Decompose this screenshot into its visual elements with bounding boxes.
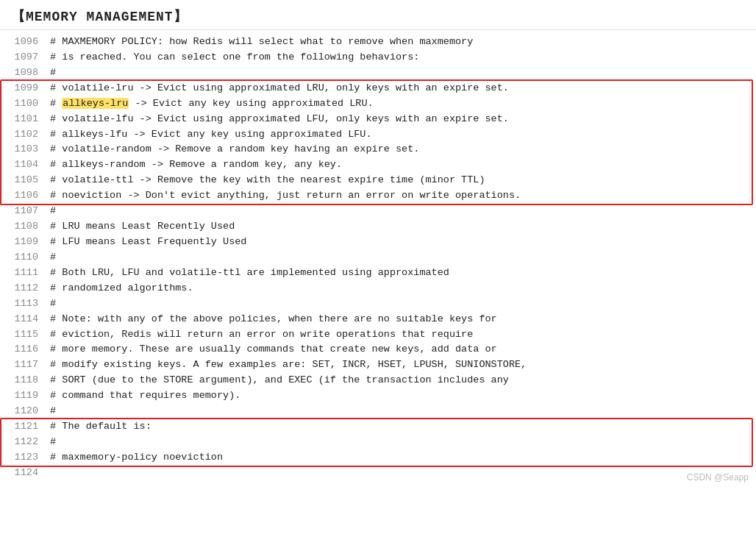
watermark: CSDN @Seapp xyxy=(687,472,749,483)
code-line: 1113 # xyxy=(7,296,749,312)
line-content: # Note: with any of the above policies, … xyxy=(44,312,497,327)
line-number: 1117 xyxy=(7,357,38,373)
highlighted-text: allkeys-lru xyxy=(62,98,129,109)
code-line: 1119 # command that requires memory). xyxy=(7,388,749,404)
code-line: 1109 # LFU means Least Frequently Used xyxy=(7,235,749,250)
line-number: 1103 xyxy=(7,142,38,157)
line-content: # command that requires memory). xyxy=(44,388,240,404)
code-line: 1107 # xyxy=(7,204,749,219)
line-number: 1096 xyxy=(7,35,38,50)
code-block: 1096 # MAXMEMORY POLICY: how Redis will … xyxy=(0,30,756,488)
line-number: 1108 xyxy=(7,219,38,235)
code-line: 1115 # eviction, Redis will return an er… xyxy=(7,327,749,343)
code-line: 1103 # volatile-random -> Remove a rando… xyxy=(7,142,749,157)
line-number: 1116 xyxy=(7,342,38,357)
code-line: 1099 # volatile-lru -> Evict using appro… xyxy=(7,81,749,96)
line-number: 1120 xyxy=(7,404,38,419)
line-number: 1107 xyxy=(7,204,38,219)
line-number: 1119 xyxy=(7,388,38,404)
code-line: 1121 # The default is: xyxy=(7,419,749,435)
line-content: # xyxy=(44,404,56,419)
line-content: # xyxy=(44,296,56,312)
line-content: # LFU means Least Frequently Used xyxy=(44,235,246,250)
line-number: 1112 xyxy=(7,281,38,296)
line-number: 1099 xyxy=(7,81,38,96)
line-number: 1098 xyxy=(7,65,38,81)
line-number: 1097 xyxy=(7,50,38,65)
line-number: 1101 xyxy=(7,112,38,127)
line-number: 1106 xyxy=(7,188,38,204)
line-number: 1124 xyxy=(7,466,38,481)
line-content: # allkeys-lfu -> Evict any key using app… xyxy=(44,127,372,143)
code-line: 1123 # maxmemory-policy noeviction xyxy=(7,450,749,466)
line-content: # Both LRU, LFU and volatile-ttl are imp… xyxy=(44,266,449,281)
line-number: 1113 xyxy=(7,296,38,312)
line-number: 1105 xyxy=(7,173,38,188)
code-line: 1098 # xyxy=(7,65,749,81)
code-line: 1118 # SORT (due to the STORE argument),… xyxy=(7,373,749,388)
line-content: # more memory. These are usually command… xyxy=(44,342,497,357)
line-content: # volatile-ttl -> Remove the key with th… xyxy=(44,173,485,188)
code-line: 1101 # volatile-lfu -> Evict using appro… xyxy=(7,112,749,127)
line-number: 1111 xyxy=(7,266,38,281)
code-line: 1124 xyxy=(7,466,749,481)
code-line: 1120 # xyxy=(7,404,749,419)
line-number: 1100 xyxy=(7,96,38,112)
code-line: 1104 # allkeys-random -> Remove a random… xyxy=(7,157,749,173)
line-number: 1104 xyxy=(7,157,38,173)
line-content: # is reached. You can select one from th… xyxy=(44,50,419,65)
line-content: # volatile-lfu -> Evict using approximat… xyxy=(44,112,509,127)
line-content: # volatile-random -> Remove a random key… xyxy=(44,142,419,157)
line-content: # modify existing keys. A few examples a… xyxy=(44,357,527,373)
line-content: # MAXMEMORY POLICY: how Redis will selec… xyxy=(44,35,473,50)
page-wrapper: 【MEMORY MANAGEMENT】 1096 # MAXMEMORY POL… xyxy=(0,0,756,534)
line-content: # The default is: xyxy=(44,419,151,435)
line-number: 1114 xyxy=(7,312,38,327)
code-line: 1111 # Both LRU, LFU and volatile-ttl ar… xyxy=(7,266,749,281)
line-content: # xyxy=(44,250,56,266)
code-line: 1105 # volatile-ttl -> Remove the key wi… xyxy=(7,173,749,188)
line-content: # maxmemory-policy noeviction xyxy=(44,450,223,466)
line-number: 1122 xyxy=(7,435,38,450)
code-line: 1100 # allkeys-lru -> Evict any key usin… xyxy=(7,96,749,112)
line-content: # SORT (due to the STORE argument), and … xyxy=(44,373,509,388)
line-content: # allkeys-lru -> Evict any key using app… xyxy=(44,96,374,112)
code-line: 1112 # randomized algorithms. xyxy=(7,281,749,296)
line-content: # LRU means Least Recently Used xyxy=(44,219,235,235)
line-number: 1109 xyxy=(7,235,38,250)
code-line: 1114 # Note: with any of the above polic… xyxy=(7,312,749,327)
line-number: 1110 xyxy=(7,250,38,266)
code-line: 1102 # allkeys-lfu -> Evict any key usin… xyxy=(7,127,749,143)
line-content: # volatile-lru -> Evict using approximat… xyxy=(44,81,509,96)
line-content: # xyxy=(44,65,56,81)
line-number: 1115 xyxy=(7,327,38,343)
code-line: 1122 # xyxy=(7,435,749,450)
line-content: # xyxy=(44,204,56,219)
code-line: 1106 # noeviction -> Don't evict anythin… xyxy=(7,188,749,204)
line-content: # xyxy=(44,435,56,450)
code-line: 1110 # xyxy=(7,250,749,266)
code-line: 1117 # modify existing keys. A few examp… xyxy=(7,357,749,373)
line-content: # noeviction -> Don't evict anything, ju… xyxy=(44,188,521,204)
code-line: 1097 # is reached. You can select one fr… xyxy=(7,50,749,65)
line-number: 1123 xyxy=(7,450,38,466)
code-line: 1096 # MAXMEMORY POLICY: how Redis will … xyxy=(7,35,749,50)
code-area: 1096 # MAXMEMORY POLICY: how Redis will … xyxy=(0,30,756,488)
line-content: # eviction, Redis will return an error o… xyxy=(44,327,473,343)
code-line: 1116 # more memory. These are usually co… xyxy=(7,342,749,357)
line-number: 1118 xyxy=(7,373,38,388)
line-number: 1102 xyxy=(7,127,38,143)
line-content: # randomized algorithms. xyxy=(44,281,193,296)
code-line: 1108 # LRU means Least Recently Used xyxy=(7,219,749,235)
page-title: 【MEMORY MANAGEMENT】 xyxy=(0,0,756,30)
line-number: 1121 xyxy=(7,419,38,435)
line-content: # allkeys-random -> Remove a random key,… xyxy=(44,157,342,173)
